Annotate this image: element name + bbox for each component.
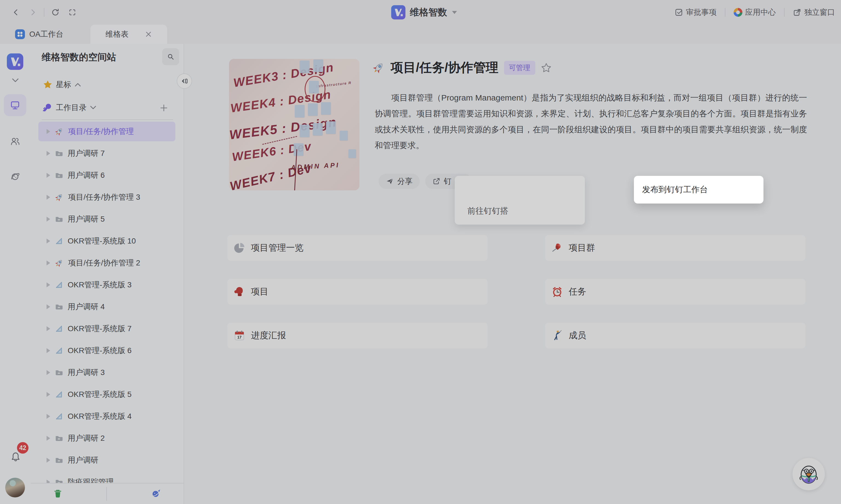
app-window: 维格智数 审批事项 应用中心 独立窗口 OA工作台 [0,0,841,504]
menu-item-publish-to-dingtalk[interactable]: 发布到钉钉工作台 [634,176,764,203]
dim-overlay [0,0,841,504]
publish-menu-label: 发布到钉钉工作台 [642,184,708,195]
